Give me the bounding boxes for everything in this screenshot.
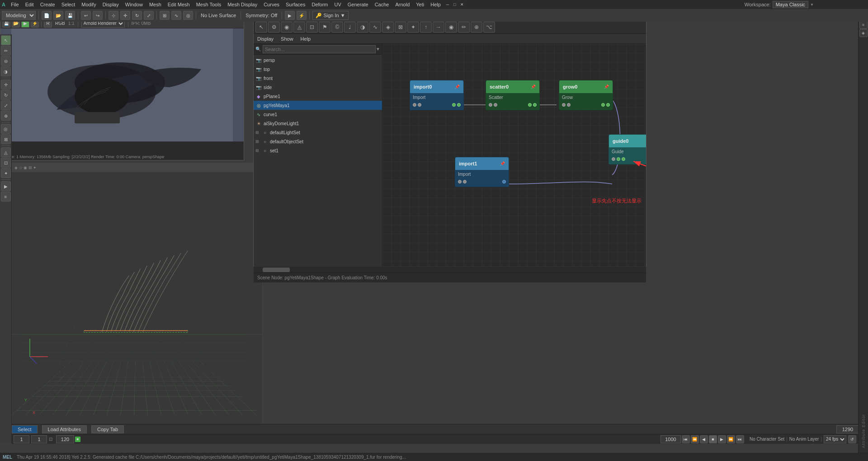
yeti-tool-add[interactable]: ⊕ [471,22,482,33]
port-grow-out-1[interactable] [601,103,605,107]
yeti-panel-show[interactable]: Show [279,34,295,43]
yeti-tool-funnel[interactable]: ⌥ [483,22,495,33]
menu-surfaces[interactable]: Surfaces [283,0,308,9]
new-file-btn[interactable]: 📄 [42,11,52,20]
yeti-tool-eye[interactable]: ◉ [445,22,457,33]
frame-range2-input[interactable] [660,435,681,443]
menu-select[interactable]: Select [59,0,78,9]
fps-dropdown[interactable]: 24 fps [824,435,846,443]
play-back-btn[interactable]: ◀ [700,435,708,443]
yeti-scrollbar-h[interactable] [254,266,646,273]
yeti-tool-pen[interactable]: ✏ [458,22,470,33]
yeti-tool-cross[interactable]: ✦ [407,22,419,33]
menu-yeti[interactable]: Yeti [413,0,427,9]
start-frame-input[interactable] [14,435,29,443]
stop-btn[interactable]: ■ [709,435,717,443]
tool-render[interactable]: ▶ [1,181,11,191]
tool-lasso[interactable]: ⊖ [1,56,11,66]
yeti-tool-half[interactable]: ◑ [357,22,368,33]
menu-display[interactable]: Display [100,0,122,9]
yeti-tool-gear[interactable]: ⚙ [268,22,280,33]
ae-btn-2[interactable]: ◈ [859,29,868,37]
menu-mesh[interactable]: Mesh [146,0,164,9]
loop-btn[interactable]: ↺ [848,435,856,443]
port-scatter-out-2[interactable] [533,103,537,107]
ipr-btn[interactable]: ⚡ [297,11,307,20]
yeti-tool-flag[interactable]: ⚑ [319,22,330,33]
port-scatter-in-2[interactable] [494,103,497,107]
mode-dropdown[interactable]: Modeling [2,11,36,20]
scene-item-persp[interactable]: 📷 persp [254,56,382,65]
current-frame-input[interactable] [31,435,47,443]
menu-curves[interactable]: Curves [261,0,282,9]
go-end-btn[interactable]: ⏭ [736,435,744,443]
node-scatter0[interactable]: scatter0 📌 Scatter [486,80,540,110]
tool-select[interactable]: ↖ [1,35,11,45]
tool-sculpt[interactable]: ◑ [1,66,11,76]
move-tool[interactable]: ✛ [120,11,130,20]
tool-move[interactable]: ✛ [1,80,11,89]
yeti-tool-box[interactable]: ⊡ [306,22,318,33]
yeti-tool-up[interactable]: ↑ [420,22,432,33]
yeti-tool-wave[interactable]: ∿ [369,22,381,33]
sign-in-btn[interactable]: 🔑 Sign In ▼ [312,11,348,20]
menu-arnold[interactable]: Arnold [392,0,412,9]
yeti-tool-right2[interactable]: → [433,22,444,33]
menu-edit[interactable]: Edit [23,0,37,9]
yeti-tool-double[interactable]: ⊠ [395,22,406,33]
play-fwd-btn[interactable]: ▶ [718,435,726,443]
port-scatter-out-1[interactable] [528,103,532,107]
scale-tool[interactable]: ⤢ [144,11,154,20]
yeti-tool-mic[interactable]: ♩ [344,22,356,33]
scene-search-input[interactable] [263,45,376,53]
snap-grid-btn[interactable]: ⊞ [160,11,170,20]
snap-point-btn[interactable]: ◎ [183,11,193,20]
scene-item-side[interactable]: 📷 side [254,83,382,92]
port-imp1-in-1[interactable] [458,180,462,183]
port-imp1-in-2[interactable] [463,180,467,183]
go-start-btn[interactable]: ⏮ [682,435,690,443]
tool-show-manip[interactable]: ⊠ [1,134,11,144]
menu-file[interactable]: File [8,0,22,9]
maximize-button[interactable]: □ [452,1,458,8]
scene-item-pplane[interactable]: ◆ pPlane1 [254,92,382,101]
load-attributes-button[interactable]: Load Attributes [42,425,87,433]
menu-create[interactable]: Create [38,0,58,9]
scene-item-defaultlightset[interactable]: ⊞ ○ defaultLightSet [254,128,382,137]
copy-tab-button[interactable]: Copy Tab [91,425,124,433]
tool-paint[interactable]: ✏ [1,46,11,56]
node-grow0-pin[interactable]: 📌 [604,85,609,89]
scene-item-curve[interactable]: ∿ curve1 [254,110,382,119]
port-guide-in-3[interactable] [622,157,625,161]
scrollbar-thumb[interactable] [263,268,290,272]
node-import0[interactable]: import0 📌 Import [410,80,464,110]
undo-btn[interactable]: ↩ [81,11,91,20]
snap-curve-btn[interactable]: ∿ [171,11,181,20]
prev-frame-btn[interactable]: ⏪ [691,435,699,443]
yeti-tool-circle[interactable]: ◉ [281,22,292,33]
node-grow0[interactable]: grow0 📌 Grow [559,80,613,110]
graph-canvas[interactable]: import0 📌 Import [382,44,646,266]
redo-btn[interactable]: ↪ [93,11,103,20]
menu-uv[interactable]: UV [332,0,344,9]
node-import0-pin[interactable]: 📌 [455,85,460,89]
yeti-panel-help[interactable]: Help [299,34,313,43]
scene-item-defaultobjset[interactable]: ⊞ ○ defaultObjectSet [254,137,382,146]
port-in-1[interactable] [413,103,416,107]
tool-soft-mod[interactable]: ◎ [1,124,11,134]
yeti-tool-diamond[interactable]: ◈ [382,22,394,33]
port-scatter-in-1[interactable] [489,103,492,107]
port-guide-in-1[interactable] [612,157,615,161]
minimize-button[interactable]: ─ [444,1,451,8]
search-options-btn[interactable]: ▼ [376,47,380,52]
render-btn[interactable]: ▶ [285,11,295,20]
tool-rotate[interactable]: ↻ [1,90,11,100]
scene-item-front[interactable]: 📷 front [254,74,382,83]
yeti-panel-display[interactable]: Display [255,34,275,43]
next-frame-btn[interactable]: ⏩ [727,435,735,443]
port-guide-in-2[interactable] [617,157,620,161]
yeti-tool-drop[interactable]: ◬ [293,22,305,33]
3d-viewport[interactable]: X Y [12,172,262,433]
menu-generate[interactable]: Generate [345,0,371,9]
node-guide0[interactable]: guide0 📌 Guide [609,134,646,165]
